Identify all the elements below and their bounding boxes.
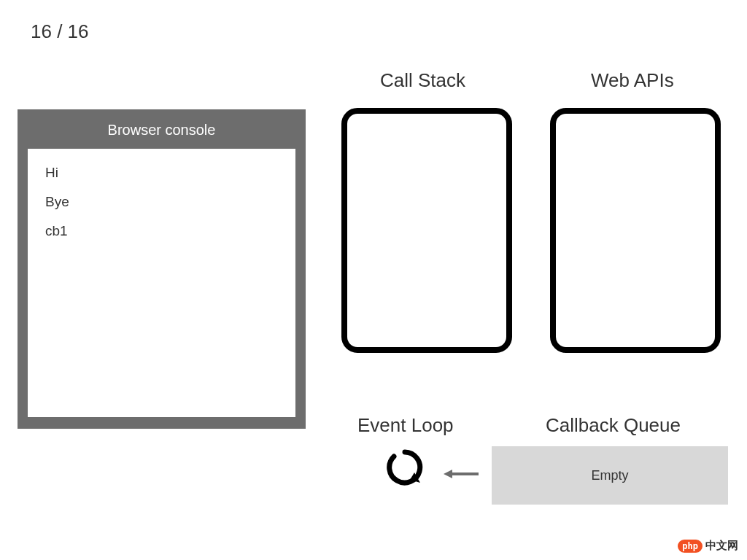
web-apis-title: Web APIs	[591, 69, 674, 92]
arrow-left-icon	[444, 467, 480, 484]
console-line: cb1	[45, 223, 278, 239]
watermark: php 中文网	[678, 539, 738, 553]
call-stack-box	[341, 108, 512, 353]
callback-queue-title: Callback Queue	[546, 414, 681, 437]
event-loop-icon	[385, 448, 425, 490]
console-body: Hi Bye cb1	[28, 149, 295, 417]
console-line: Bye	[45, 194, 278, 210]
callback-queue-content: Empty	[591, 468, 628, 483]
console-line: Hi	[45, 165, 278, 181]
call-stack-title: Call Stack	[380, 69, 465, 92]
watermark-badge: php	[678, 540, 703, 553]
svg-marker-2	[444, 470, 452, 478]
browser-console-panel: Browser console Hi Bye cb1	[18, 109, 306, 429]
console-title: Browser console	[18, 109, 306, 149]
watermark-text: 中文网	[705, 539, 738, 553]
step-counter: 16 / 16	[31, 20, 89, 43]
event-loop-title: Event Loop	[357, 414, 454, 437]
callback-queue-box: Empty	[492, 446, 728, 505]
web-apis-box	[550, 108, 721, 353]
